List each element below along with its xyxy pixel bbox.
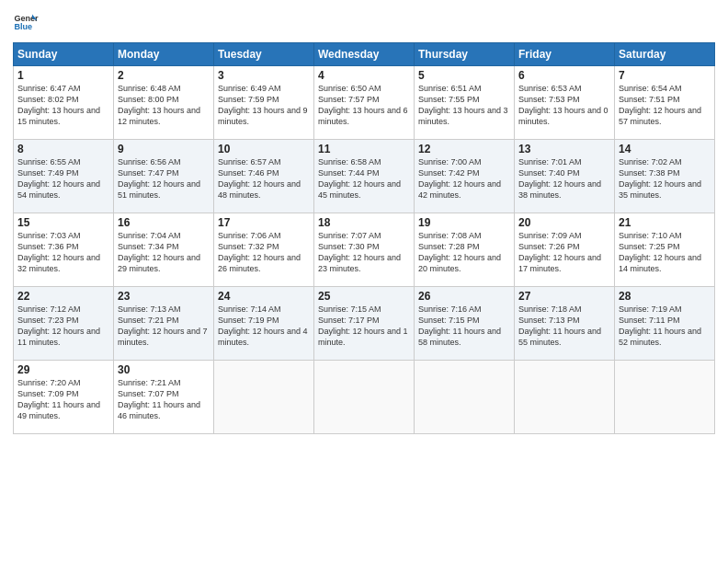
calendar-week-row: 29Sunrise: 7:20 AMSunset: 7:09 PMDayligh… bbox=[14, 361, 715, 434]
cell-details: Sunrise: 7:18 AMSunset: 7:13 PMDaylight:… bbox=[518, 304, 610, 349]
calendar-week-row: 15Sunrise: 7:03 AMSunset: 7:36 PMDayligh… bbox=[14, 213, 715, 287]
cell-details: Sunrise: 6:56 AMSunset: 7:47 PMDaylight:… bbox=[118, 156, 210, 201]
calendar-cell: 26Sunrise: 7:16 AMSunset: 7:15 PMDayligh… bbox=[415, 287, 515, 361]
calendar-week-row: 8Sunrise: 6:55 AMSunset: 7:49 PMDaylight… bbox=[14, 140, 715, 213]
cell-details: Sunrise: 6:54 AMSunset: 7:51 PMDaylight:… bbox=[619, 83, 711, 128]
cell-details: Sunrise: 6:53 AMSunset: 7:53 PMDaylight:… bbox=[518, 83, 610, 128]
calendar-cell: 3Sunrise: 6:49 AMSunset: 7:59 PMDaylight… bbox=[214, 66, 314, 140]
calendar-cell: 9Sunrise: 6:56 AMSunset: 7:47 PMDaylight… bbox=[114, 140, 214, 213]
page-container: General Blue SundayMondayTuesdayWednesda… bbox=[0, 0, 728, 442]
col-header-thursday: Thursday bbox=[415, 43, 515, 66]
day-number: 14 bbox=[619, 143, 711, 155]
cell-details: Sunrise: 7:09 AMSunset: 7:26 PMDaylight:… bbox=[518, 230, 610, 275]
calendar-cell: 1Sunrise: 6:47 AMSunset: 8:02 PMDaylight… bbox=[14, 66, 114, 140]
cell-details: Sunrise: 6:51 AMSunset: 7:55 PMDaylight:… bbox=[418, 83, 510, 128]
cell-details: Sunrise: 7:14 AMSunset: 7:19 PMDaylight:… bbox=[218, 304, 310, 349]
day-number: 27 bbox=[518, 290, 610, 303]
calendar-cell: 21Sunrise: 7:10 AMSunset: 7:25 PMDayligh… bbox=[615, 213, 715, 287]
cell-details: Sunrise: 7:21 AMSunset: 7:07 PMDaylight:… bbox=[118, 377, 210, 422]
col-header-monday: Monday bbox=[114, 43, 214, 66]
calendar-cell bbox=[214, 361, 314, 434]
cell-details: Sunrise: 7:08 AMSunset: 7:28 PMDaylight:… bbox=[418, 230, 510, 275]
calendar-cell: 28Sunrise: 7:19 AMSunset: 7:11 PMDayligh… bbox=[615, 287, 715, 361]
day-number: 29 bbox=[17, 363, 109, 376]
logo: General Blue bbox=[13, 9, 39, 35]
day-number: 12 bbox=[418, 143, 510, 155]
day-number: 20 bbox=[518, 216, 610, 229]
calendar-cell: 20Sunrise: 7:09 AMSunset: 7:26 PMDayligh… bbox=[515, 213, 615, 287]
day-number: 21 bbox=[619, 216, 711, 229]
calendar-cell: 15Sunrise: 7:03 AMSunset: 7:36 PMDayligh… bbox=[14, 213, 114, 287]
calendar-cell bbox=[415, 361, 515, 434]
cell-details: Sunrise: 6:57 AMSunset: 7:46 PMDaylight:… bbox=[218, 156, 310, 201]
calendar-cell: 7Sunrise: 6:54 AMSunset: 7:51 PMDaylight… bbox=[615, 66, 715, 140]
calendar-cell: 16Sunrise: 7:04 AMSunset: 7:34 PMDayligh… bbox=[114, 213, 214, 287]
day-number: 10 bbox=[218, 143, 310, 155]
day-number: 1 bbox=[17, 69, 109, 82]
day-number: 24 bbox=[218, 290, 310, 303]
day-number: 2 bbox=[118, 69, 210, 82]
calendar-cell: 11Sunrise: 6:58 AMSunset: 7:44 PMDayligh… bbox=[314, 140, 415, 213]
cell-details: Sunrise: 7:10 AMSunset: 7:25 PMDaylight:… bbox=[619, 230, 711, 275]
col-header-tuesday: Tuesday bbox=[214, 43, 314, 66]
day-number: 3 bbox=[218, 69, 310, 82]
calendar-cell: 27Sunrise: 7:18 AMSunset: 7:13 PMDayligh… bbox=[515, 287, 615, 361]
calendar-cell: 18Sunrise: 7:07 AMSunset: 7:30 PMDayligh… bbox=[314, 213, 415, 287]
day-number: 23 bbox=[118, 290, 210, 303]
calendar-cell: 17Sunrise: 7:06 AMSunset: 7:32 PMDayligh… bbox=[214, 213, 314, 287]
day-number: 6 bbox=[518, 69, 610, 82]
calendar-cell: 6Sunrise: 6:53 AMSunset: 7:53 PMDaylight… bbox=[515, 66, 615, 140]
calendar-cell: 22Sunrise: 7:12 AMSunset: 7:23 PMDayligh… bbox=[14, 287, 114, 361]
cell-details: Sunrise: 6:49 AMSunset: 7:59 PMDaylight:… bbox=[218, 83, 310, 128]
day-number: 19 bbox=[418, 216, 510, 229]
cell-details: Sunrise: 7:06 AMSunset: 7:32 PMDaylight:… bbox=[218, 230, 310, 275]
calendar-cell: 29Sunrise: 7:20 AMSunset: 7:09 PMDayligh… bbox=[14, 361, 114, 434]
calendar-week-row: 22Sunrise: 7:12 AMSunset: 7:23 PMDayligh… bbox=[14, 287, 715, 361]
cell-details: Sunrise: 7:12 AMSunset: 7:23 PMDaylight:… bbox=[17, 304, 109, 349]
day-number: 8 bbox=[17, 143, 109, 155]
cell-details: Sunrise: 6:50 AMSunset: 7:57 PMDaylight:… bbox=[318, 83, 410, 128]
day-number: 22 bbox=[17, 290, 109, 303]
calendar-cell: 25Sunrise: 7:15 AMSunset: 7:17 PMDayligh… bbox=[314, 287, 415, 361]
svg-text:Blue: Blue bbox=[14, 22, 32, 31]
calendar-cell: 19Sunrise: 7:08 AMSunset: 7:28 PMDayligh… bbox=[415, 213, 515, 287]
calendar-cell bbox=[615, 361, 715, 434]
calendar-cell: 14Sunrise: 7:02 AMSunset: 7:38 PMDayligh… bbox=[615, 140, 715, 213]
cell-details: Sunrise: 7:03 AMSunset: 7:36 PMDaylight:… bbox=[17, 230, 109, 275]
cell-details: Sunrise: 6:48 AMSunset: 8:00 PMDaylight:… bbox=[118, 83, 210, 128]
day-number: 5 bbox=[418, 69, 510, 82]
calendar-cell: 4Sunrise: 6:50 AMSunset: 7:57 PMDaylight… bbox=[314, 66, 415, 140]
cell-details: Sunrise: 7:20 AMSunset: 7:09 PMDaylight:… bbox=[17, 377, 109, 422]
day-number: 7 bbox=[619, 69, 711, 82]
cell-details: Sunrise: 7:07 AMSunset: 7:30 PMDaylight:… bbox=[318, 230, 410, 275]
col-header-friday: Friday bbox=[515, 43, 615, 66]
calendar-cell: 10Sunrise: 6:57 AMSunset: 7:46 PMDayligh… bbox=[214, 140, 314, 213]
cell-details: Sunrise: 7:04 AMSunset: 7:34 PMDaylight:… bbox=[118, 230, 210, 275]
day-number: 4 bbox=[318, 69, 410, 82]
calendar-cell: 30Sunrise: 7:21 AMSunset: 7:07 PMDayligh… bbox=[114, 361, 214, 434]
day-number: 26 bbox=[418, 290, 510, 303]
calendar-cell: 13Sunrise: 7:01 AMSunset: 7:40 PMDayligh… bbox=[515, 140, 615, 213]
day-number: 15 bbox=[17, 216, 109, 229]
cell-details: Sunrise: 7:01 AMSunset: 7:40 PMDaylight:… bbox=[518, 156, 610, 201]
calendar-table: SundayMondayTuesdayWednesdayThursdayFrid… bbox=[13, 42, 715, 434]
calendar-cell: 5Sunrise: 6:51 AMSunset: 7:55 PMDaylight… bbox=[415, 66, 515, 140]
calendar-cell bbox=[314, 361, 415, 434]
day-number: 25 bbox=[318, 290, 410, 303]
cell-details: Sunrise: 6:55 AMSunset: 7:49 PMDaylight:… bbox=[17, 156, 109, 201]
day-number: 9 bbox=[118, 143, 210, 155]
calendar-header-row: SundayMondayTuesdayWednesdayThursdayFrid… bbox=[14, 43, 715, 66]
day-number: 18 bbox=[318, 216, 410, 229]
calendar-cell: 2Sunrise: 6:48 AMSunset: 8:00 PMDaylight… bbox=[114, 66, 214, 140]
cell-details: Sunrise: 7:15 AMSunset: 7:17 PMDaylight:… bbox=[318, 304, 410, 349]
calendar-cell bbox=[515, 361, 615, 434]
col-header-wednesday: Wednesday bbox=[314, 43, 415, 66]
col-header-saturday: Saturday bbox=[615, 43, 715, 66]
cell-details: Sunrise: 7:02 AMSunset: 7:38 PMDaylight:… bbox=[619, 156, 711, 201]
day-number: 30 bbox=[118, 363, 210, 376]
cell-details: Sunrise: 6:58 AMSunset: 7:44 PMDaylight:… bbox=[318, 156, 410, 201]
day-number: 28 bbox=[619, 290, 711, 303]
calendar-cell: 23Sunrise: 7:13 AMSunset: 7:21 PMDayligh… bbox=[114, 287, 214, 361]
day-number: 16 bbox=[118, 216, 210, 229]
logo-icon: General Blue bbox=[13, 9, 39, 35]
